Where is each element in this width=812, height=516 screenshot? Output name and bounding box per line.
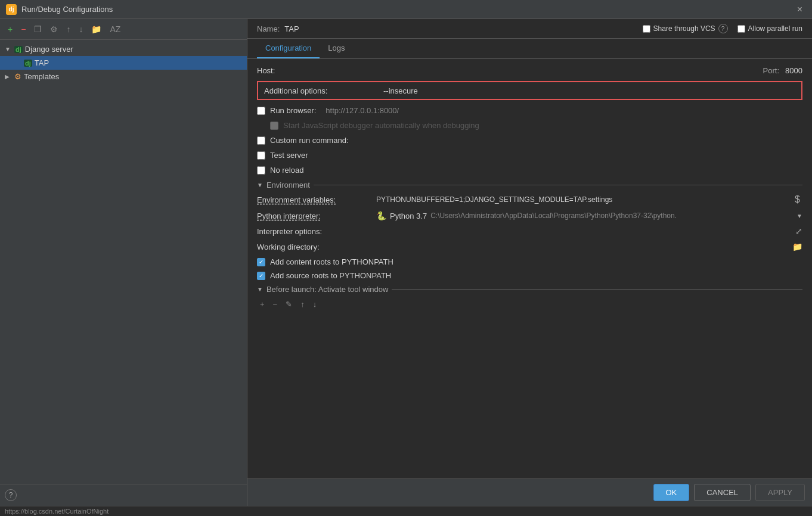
before-launch-arrow[interactable]: ▼ <box>257 286 263 293</box>
run-browser-checkbox[interactable] <box>257 107 265 115</box>
tab-logs[interactable]: Logs <box>320 39 353 58</box>
close-button[interactable]: × <box>794 3 806 16</box>
interpreter-options-expand-button[interactable]: ⤢ <box>795 226 802 236</box>
right-header: Name: TAP Share through VCS ? Allow para… <box>247 19 812 39</box>
allow-parallel-checkbox[interactable] <box>737 25 745 33</box>
url-text: https://blog.csdn.net/CurtainOfNight <box>5 508 109 515</box>
ok-button[interactable]: OK <box>653 484 690 501</box>
no-reload-label: No reload <box>270 166 303 175</box>
title-bar: dj Run/Debug Configurations × <box>0 0 812 19</box>
bl-up-button[interactable]: ↑ <box>297 299 308 310</box>
bl-down-button[interactable]: ↓ <box>310 299 320 310</box>
toolbar: + − ❐ ⚙ ↑ ↓ 📁 AZ <box>0 19 247 40</box>
sort-button[interactable]: AZ <box>107 23 123 36</box>
before-launch-label: Before launch: Activate tool window <box>266 285 389 294</box>
python-version: Python 3.7 <box>390 212 427 220</box>
tree-item-django-server[interactable]: ▼ dj Django server <box>0 42 247 56</box>
additional-options-label: Additional options: <box>264 86 383 95</box>
test-server-label: Test server <box>270 151 308 160</box>
move-down-button[interactable]: ↓ <box>76 23 86 36</box>
python-path: C:\Users\Administrator\AppData\Local\Pro… <box>430 212 677 220</box>
run-browser-value: http://127.0.0.1:8000/ <box>326 106 399 115</box>
env-variables-row: Environment variables: PYTHONUNBUFFERED=… <box>257 194 802 205</box>
add-content-roots-row: Add content roots to PYTHONPATH <box>257 257 802 266</box>
working-directory-label: Working directory: <box>257 243 376 251</box>
bottom-bar: OK CANCEL APPLY <box>247 478 812 506</box>
additional-options-row: Additional options: --insecure <box>257 81 802 100</box>
environment-collapse-arrow[interactable]: ▼ <box>257 182 263 188</box>
python-icon: 🐍 <box>376 211 386 220</box>
templates-arrow: ▶ <box>5 73 14 80</box>
js-debugger-checkbox <box>270 122 278 130</box>
env-variables-label: Environment variables: <box>257 195 376 204</box>
url-bar: https://blog.csdn.net/CurtainOfNight <box>0 506 812 516</box>
custom-run-command-checkbox[interactable] <box>257 136 265 145</box>
share-vcs-label: Share through VCS <box>653 24 715 33</box>
before-launch-header: ▼ Before launch: Activate tool window <box>257 285 802 294</box>
js-debugger-row: Start JavaScript debugger automatically … <box>257 121 802 130</box>
add-button[interactable]: + <box>5 23 16 36</box>
interpreter-options-label: Interpreter options: <box>257 227 376 236</box>
working-directory-row: Working directory: 📁 <box>257 242 802 251</box>
dialog-title: Run/Debug Configurations <box>21 5 113 14</box>
allow-parallel-label: Allow parallel run <box>748 24 802 33</box>
config-area: Host: Port: 8000 Additional options: --i… <box>247 59 812 478</box>
env-variables-value: PYTHONUNBUFFERED=1;DJANGO_SETTINGS_MODUL… <box>376 195 792 204</box>
before-launch-toolbar: + − ✎ ↑ ↓ <box>257 299 802 310</box>
help-button[interactable]: ? <box>5 489 17 501</box>
custom-run-command-row: Custom run command: <box>257 136 802 145</box>
custom-run-command-label: Custom run command: <box>270 136 349 145</box>
test-server-row: Test server <box>257 151 802 160</box>
no-reload-checkbox[interactable] <box>257 166 265 175</box>
right-options: Share through VCS ? Allow parallel run <box>643 24 802 33</box>
django-icon-tap: dj <box>24 60 32 67</box>
test-server-checkbox[interactable] <box>257 151 265 160</box>
working-directory-folder-button[interactable]: 📁 <box>792 242 802 251</box>
django-icon: dj <box>14 46 23 53</box>
left-bottom: ? <box>0 484 247 506</box>
share-vcs-checkbox[interactable] <box>643 25 650 33</box>
tree-item-tap[interactable]: dj TAP <box>0 56 247 70</box>
run-browser-row: Run browser: http://127.0.0.1:8000/ <box>257 106 802 115</box>
port-section: Port: 8000 <box>763 66 802 75</box>
gear-icon: ⚙ <box>14 72 21 81</box>
apply-button[interactable]: APPLY <box>755 484 805 501</box>
move-up-button[interactable]: ↑ <box>63 23 73 36</box>
python-interpreter-row: Python interpreter: 🐍 Python 3.7 C:\User… <box>257 211 802 220</box>
left-panel: + − ❐ ⚙ ↑ ↓ 📁 AZ ▼ dj Django server dj T… <box>0 19 247 506</box>
templates-label: Templates <box>24 72 59 81</box>
cancel-button[interactable]: CANCEL <box>694 484 751 501</box>
environment-section-header: ▼ Environment <box>257 181 802 189</box>
name-value: TAP <box>284 24 299 33</box>
host-label: Host: <box>257 66 293 75</box>
bl-edit-button[interactable]: ✎ <box>283 299 295 310</box>
bl-remove-button[interactable]: − <box>270 299 281 310</box>
before-launch-section: ▼ Before launch: Activate tool window + … <box>257 285 802 310</box>
copy-button[interactable]: ❐ <box>31 23 45 36</box>
share-vcs-help[interactable]: ? <box>718 24 728 33</box>
allow-parallel-row: Allow parallel run <box>737 24 802 33</box>
host-port-row: Host: Port: 8000 <box>257 66 802 75</box>
name-row: Name: TAP <box>257 24 633 33</box>
interpreter-dropdown-arrow[interactable]: ▼ <box>796 213 802 219</box>
add-content-roots-checkbox[interactable] <box>257 258 265 266</box>
tabs: Configuration Logs <box>247 39 812 59</box>
settings-button[interactable]: ⚙ <box>47 23 61 36</box>
tab-configuration[interactable]: Configuration <box>257 39 320 58</box>
bl-add-button[interactable]: + <box>257 299 268 310</box>
js-debugger-label: Start JavaScript debugger automatically … <box>283 121 479 130</box>
tree-item-templates[interactable]: ▶ ⚙ Templates <box>0 70 247 83</box>
additional-options-value: --insecure <box>383 86 795 95</box>
app-icon: dj <box>6 4 17 15</box>
add-content-roots-label: Add content roots to PYTHONPATH <box>270 257 393 266</box>
right-panel: Name: TAP Share through VCS ? Allow para… <box>247 19 812 506</box>
run-browser-label: Run browser: <box>270 106 316 115</box>
interpreter-options-row: Interpreter options: ⤢ <box>257 226 802 236</box>
no-reload-row: No reload <box>257 166 802 175</box>
port-value: 8000 <box>785 66 802 75</box>
python-interpreter-value: 🐍 Python 3.7 C:\Users\Administrator\AppD… <box>376 211 802 220</box>
folder-button[interactable]: 📁 <box>88 23 104 36</box>
remove-button[interactable]: − <box>18 23 29 36</box>
env-variables-edit-button[interactable]: $ <box>792 194 802 205</box>
add-source-roots-checkbox[interactable] <box>257 272 265 280</box>
